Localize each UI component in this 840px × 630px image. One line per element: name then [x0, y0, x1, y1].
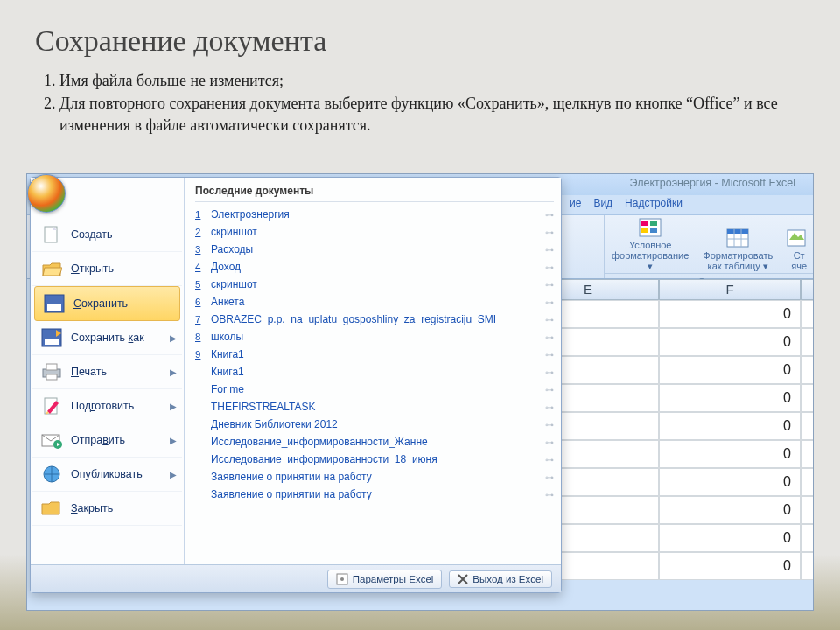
recent-doc[interactable]: 2скриншот⊶: [195, 223, 554, 241]
menu-send[interactable]: Отправить ▶: [32, 424, 182, 458]
cell[interactable]: 0: [659, 496, 801, 524]
cell-edge: [801, 384, 814, 412]
office-menu-left: Создать Открыть Сохранить Сохранить как …: [31, 178, 185, 564]
cell-styles-button[interactable]: Ст яче: [780, 215, 814, 273]
tab-partial[interactable]: ие: [570, 197, 581, 214]
cell-edge: [801, 524, 814, 552]
format-as-table-button[interactable]: Форматировать как таблицу ▾: [696, 215, 780, 273]
pin-icon[interactable]: ⊶: [545, 438, 554, 447]
recent-name: Заявление о принятии на работу: [211, 488, 372, 500]
recent-name: Книга1: [211, 366, 244, 378]
bullet-1: Имя файла больше не изменится;: [60, 70, 840, 91]
pin-icon[interactable]: ⊶: [545, 245, 554, 255]
pin-icon[interactable]: ⊶: [545, 332, 554, 342]
pin-icon[interactable]: ⊶: [545, 280, 554, 290]
cell[interactable]: 0: [659, 384, 801, 412]
pin-icon[interactable]: ⊶: [545, 298, 554, 307]
menu-open[interactable]: Открыть: [32, 252, 182, 286]
recent-doc[interactable]: Исследование_информированности_18_июня⊶: [195, 451, 554, 468]
cell[interactable]: 0: [659, 524, 801, 552]
recent-doc[interactable]: THEFIRSTREALTASK⊶: [195, 398, 554, 416]
tab-view[interactable]: Вид: [593, 197, 612, 214]
col-header-f[interactable]: F: [659, 279, 801, 300]
cell-edge: [801, 328, 814, 356]
recent-doc[interactable]: 6Анкета⊶: [195, 293, 554, 311]
pin-icon[interactable]: ⊶: [545, 210, 554, 220]
cell-styles-icon: [787, 228, 811, 248]
open-icon: [39, 258, 64, 279]
recent-doc[interactable]: 8школы⊶: [195, 328, 554, 346]
cell[interactable]: 0: [659, 328, 801, 356]
svg-rect-9: [727, 229, 748, 234]
recent-name: Исследование_информированности_Жанне: [211, 436, 428, 448]
office-button[interactable]: [27, 174, 66, 213]
pin-icon[interactable]: ⊶: [545, 262, 554, 272]
menu-create[interactable]: Создать: [32, 218, 182, 252]
recent-doc[interactable]: 3Расходы⊶: [195, 241, 554, 258]
recent-num: 1: [195, 209, 206, 220]
cell[interactable]: 0: [659, 552, 801, 580]
menu-prepare-label: Подготовить: [71, 400, 134, 412]
recent-documents-panel: Последние документы 1Электроэнергия⊶2скр…: [185, 178, 561, 564]
recent-doc[interactable]: Дневник Библиотеки 2012⊶: [195, 416, 554, 433]
pin-icon[interactable]: ⊶: [545, 472, 554, 482]
pin-icon[interactable]: ⊶: [545, 455, 554, 465]
cell-styles-label2: яче: [791, 261, 807, 271]
recent-name: Анкета: [211, 296, 244, 308]
menu-publish-label: Опубликовать: [71, 468, 143, 480]
cell[interactable]: 0: [659, 440, 801, 468]
recent-doc[interactable]: 4Доход⊶: [195, 258, 554, 276]
menu-print-label: Печать: [71, 366, 107, 378]
menu-publish[interactable]: Опубликовать ▶: [32, 458, 182, 492]
pin-icon[interactable]: ⊶: [545, 228, 554, 237]
recent-doc[interactable]: Заявление о принятии на работу⊶: [195, 486, 554, 503]
recent-doc[interactable]: Заявление о принятии на работу⊶: [195, 468, 554, 486]
chevron-right-icon: ▶: [170, 368, 177, 377]
recent-doc[interactable]: 5скриншот⊶: [195, 276, 554, 293]
excel-options-button[interactable]: Параметры Excel: [327, 570, 443, 589]
fmt-table-label2: как таблицу ▾: [708, 261, 768, 271]
cell-styles-label1: Ст: [794, 250, 805, 261]
menu-save[interactable]: Сохранить: [34, 286, 180, 321]
recent-doc[interactable]: 9Книга1⊶: [195, 346, 554, 363]
cell[interactable]: 0: [659, 412, 801, 440]
recent-num: 4: [195, 262, 206, 272]
recent-doc[interactable]: For me⊶: [195, 381, 554, 398]
recent-doc[interactable]: 1Электроэнергия⊶: [195, 206, 554, 223]
menu-prepare[interactable]: Подготовить ▶: [32, 389, 182, 424]
tab-addins[interactable]: Надстройки: [625, 197, 682, 214]
fmt-table-label1: Форматировать: [703, 250, 773, 261]
menu-save-as[interactable]: Сохранить как ▶: [32, 321, 182, 355]
conditional-formatting-button[interactable]: Условное форматирование ▾: [605, 215, 696, 273]
recent-doc[interactable]: Книга1⊶: [195, 363, 554, 381]
recent-name: Расходы: [211, 243, 253, 256]
cond-fmt-label2: форматирование ▾: [612, 250, 689, 271]
recent-doc[interactable]: 7OBRAZEC_p.p._na_uplatu_gosposhliny_za_r…: [195, 311, 554, 328]
menu-save-as-label: Сохранить как: [71, 332, 144, 344]
recent-name: THEFIRSTREALTASK: [211, 401, 316, 413]
recent-name: Доход: [211, 261, 241, 273]
cond-fmt-label1: Условное: [629, 240, 672, 250]
pin-icon[interactable]: ⊶: [545, 350, 554, 360]
publish-icon: [39, 464, 64, 485]
recent-doc[interactable]: Исследование_информированности_Жанне⊶: [195, 433, 554, 451]
save-as-icon: [39, 327, 64, 348]
cell[interactable]: 0: [659, 468, 801, 496]
pin-icon[interactable]: ⊶: [545, 420, 554, 430]
pin-icon[interactable]: ⊶: [545, 402, 554, 412]
pin-icon[interactable]: ⊶: [545, 368, 554, 377]
svg-rect-7: [650, 228, 657, 233]
menu-close[interactable]: Закрыть: [32, 492, 182, 526]
cell[interactable]: 0: [659, 300, 801, 328]
office-menu-footer: Параметры Excel Выход из Excel: [31, 564, 561, 592]
slide-title: Сохранение документа: [0, 0, 840, 63]
menu-print[interactable]: Печать ▶: [32, 355, 182, 389]
pin-icon[interactable]: ⊶: [545, 490, 554, 500]
pin-icon[interactable]: ⊶: [545, 385, 554, 395]
pin-icon[interactable]: ⊶: [545, 315, 554, 325]
close-folder-icon: [39, 498, 64, 519]
window-title: Электроэнергия - Microsoft Excel: [630, 177, 795, 189]
exit-excel-button[interactable]: Выход из Excel: [449, 570, 552, 588]
cell[interactable]: 0: [659, 356, 801, 384]
recent-num: 6: [195, 297, 206, 307]
